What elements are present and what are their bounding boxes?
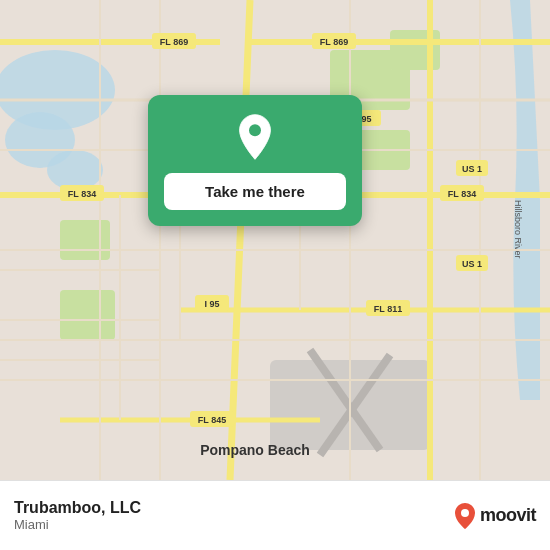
moovit-logo: moovit <box>454 502 536 530</box>
location-card: Take me there <box>148 95 362 226</box>
svg-text:Pompano Beach: Pompano Beach <box>200 442 310 458</box>
business-name: Trubamboo, LLC <box>14 499 141 517</box>
business-location: Miami <box>14 517 141 532</box>
take-me-there-button[interactable]: Take me there <box>164 173 346 210</box>
svg-text:FL 834: FL 834 <box>68 189 96 199</box>
svg-text:FL 869: FL 869 <box>320 37 348 47</box>
map-pin-icon <box>231 113 279 161</box>
svg-point-59 <box>461 509 469 517</box>
svg-text:I 95: I 95 <box>204 299 219 309</box>
svg-rect-10 <box>60 290 115 340</box>
svg-rect-9 <box>60 220 110 260</box>
business-info: Trubamboo, LLC Miami <box>14 499 141 532</box>
bottom-bar: Trubamboo, LLC Miami moovit <box>0 480 550 550</box>
svg-text:FL 869: FL 869 <box>160 37 188 47</box>
moovit-pin-icon <box>454 502 476 530</box>
map-svg: Hillsboro River <box>0 0 550 480</box>
svg-text:US 1: US 1 <box>462 164 482 174</box>
svg-text:FL 834: FL 834 <box>448 189 476 199</box>
svg-point-58 <box>249 124 261 136</box>
svg-text:FL 845: FL 845 <box>198 415 226 425</box>
svg-text:US 1: US 1 <box>462 259 482 269</box>
svg-text:FL 811: FL 811 <box>374 304 402 314</box>
moovit-text: moovit <box>480 505 536 526</box>
svg-point-3 <box>47 150 103 190</box>
map-view: Hillsboro River <box>0 0 550 480</box>
